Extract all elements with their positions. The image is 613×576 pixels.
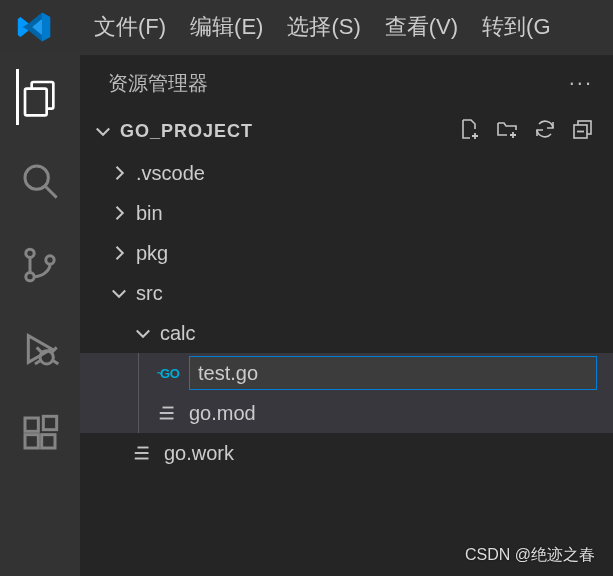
- file-go-work[interactable]: go.work: [80, 433, 613, 473]
- svg-rect-1: [25, 89, 47, 116]
- folder-src[interactable]: src: [80, 273, 613, 313]
- svg-line-11: [35, 361, 40, 364]
- rename-input[interactable]: [189, 356, 597, 390]
- folder-bin[interactable]: bin: [80, 193, 613, 233]
- chevron-down-icon: [92, 120, 114, 142]
- explorer-more-icon[interactable]: ···: [569, 70, 593, 96]
- collapse-all-icon[interactable]: [571, 117, 595, 146]
- activity-bar: [0, 55, 80, 576]
- svg-line-3: [45, 186, 57, 198]
- activity-extensions-icon[interactable]: [16, 409, 64, 457]
- explorer-title: 资源管理器: [108, 70, 208, 97]
- folder-label: calc: [160, 322, 196, 345]
- text-file-icon: [128, 442, 158, 464]
- text-file-icon: [153, 402, 183, 424]
- activity-run-debug-icon[interactable]: [16, 325, 64, 373]
- explorer-header: 资源管理器 ···: [80, 55, 613, 111]
- chevron-down-icon: [132, 322, 154, 344]
- new-file-icon[interactable]: [457, 117, 481, 146]
- activity-explorer-icon[interactable]: [16, 73, 64, 121]
- file-tree: .vscode bin pkg src: [80, 151, 613, 473]
- svg-rect-16: [43, 416, 56, 429]
- folder-calc[interactable]: calc: [80, 313, 613, 353]
- file-label: go.mod: [189, 402, 256, 425]
- project-section-header[interactable]: GO_PROJECT: [80, 111, 613, 151]
- menu-view[interactable]: 查看(V): [373, 0, 470, 54]
- file-go-mod[interactable]: go.mod: [80, 393, 613, 433]
- explorer-panel: 资源管理器 ··· GO_PROJECT: [80, 55, 613, 576]
- svg-rect-13: [25, 418, 38, 431]
- vscode-logo-icon: [14, 7, 54, 47]
- menu-go[interactable]: 转到(G: [470, 0, 562, 54]
- svg-point-2: [25, 166, 48, 189]
- activity-source-control-icon[interactable]: [16, 241, 64, 289]
- project-actions: [457, 117, 613, 146]
- svg-point-4: [26, 249, 34, 257]
- menu-edit[interactable]: 编辑(E): [178, 0, 275, 54]
- chevron-down-icon: [108, 282, 130, 304]
- folder-vscode[interactable]: .vscode: [80, 153, 613, 193]
- menu-select[interactable]: 选择(S): [275, 0, 372, 54]
- chevron-right-icon: [108, 162, 130, 184]
- svg-line-9: [37, 347, 42, 352]
- folder-label: .vscode: [136, 162, 205, 185]
- indent-guide: [138, 393, 139, 433]
- folder-pkg[interactable]: pkg: [80, 233, 613, 273]
- chevron-right-icon: [108, 202, 130, 224]
- svg-rect-14: [25, 435, 38, 448]
- activity-search-icon[interactable]: [16, 157, 64, 205]
- menu-bar: 文件(F) 编辑(E) 选择(S) 查看(V) 转到(G: [82, 0, 563, 54]
- menu-file[interactable]: 文件(F): [82, 0, 178, 54]
- svg-rect-15: [42, 435, 55, 448]
- folder-label: src: [136, 282, 163, 305]
- watermark: CSDN @绝迹之春: [465, 545, 595, 566]
- go-file-icon: GO: [153, 366, 183, 381]
- svg-point-6: [46, 256, 54, 264]
- svg-line-12: [53, 361, 58, 364]
- svg-point-5: [26, 273, 34, 281]
- file-test-go[interactable]: GO: [80, 353, 613, 393]
- folder-label: bin: [136, 202, 163, 225]
- refresh-icon[interactable]: [533, 117, 557, 146]
- new-folder-icon[interactable]: [495, 117, 519, 146]
- folder-label: pkg: [136, 242, 168, 265]
- indent-guide: [138, 353, 139, 393]
- title-bar: 文件(F) 编辑(E) 选择(S) 查看(V) 转到(G: [0, 0, 613, 54]
- file-label: go.work: [164, 442, 234, 465]
- chevron-right-icon: [108, 242, 130, 264]
- project-name: GO_PROJECT: [120, 121, 253, 142]
